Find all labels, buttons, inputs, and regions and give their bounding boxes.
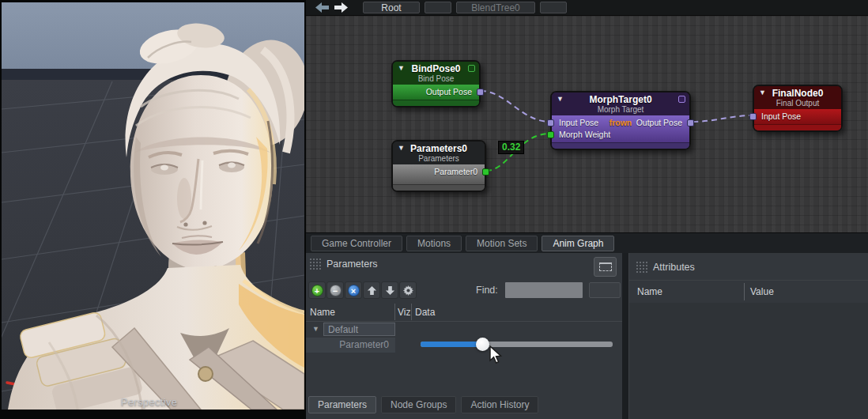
- tab-anim-graph[interactable]: Anim Graph: [542, 236, 614, 251]
- parameter-row-name[interactable]: Parameter0: [306, 338, 395, 353]
- collapse-arrow-icon[interactable]: ▼: [557, 95, 564, 103]
- header-divider: [629, 280, 868, 281]
- up-arrow-icon: [367, 285, 377, 296]
- anim-graph-workspace: Root BlendTree0 0.32 ▼ BindPose0 Bind Po…: [306, 0, 868, 419]
- attributes-panel: Attributes Name Value: [628, 253, 868, 419]
- node-type-label: Parameters: [406, 154, 472, 164]
- workspace-tab-bar: Game Controller Motions Motion Sets Anim…: [306, 232, 868, 253]
- tab-game-controller[interactable]: Game Controller: [311, 236, 402, 251]
- plus-icon: +: [311, 285, 323, 296]
- connection-value-label: 0.32: [498, 141, 524, 154]
- collapse-arrow-icon[interactable]: ▼: [759, 89, 766, 96]
- find-input[interactable]: [505, 282, 583, 298]
- back-arrow-icon[interactable]: [315, 2, 330, 13]
- column-header-viz: Viz: [398, 307, 410, 318]
- down-arrow-icon: [385, 285, 395, 296]
- collapse-arrow-icon[interactable]: ▼: [398, 144, 405, 152]
- scene-render: [2, 2, 304, 410]
- parameters-panel: Parameters + − × Find:: [306, 253, 622, 419]
- minus-icon: −: [330, 285, 342, 296]
- weight-port-label: Morph Weight: [559, 130, 610, 139]
- float-window-icon: [599, 262, 612, 271]
- move-down-button[interactable]: [381, 281, 398, 299]
- node-parameters0[interactable]: ▼ Parameters0 Parameters Parameter0: [391, 140, 486, 192]
- add-parameter-button[interactable]: +: [308, 281, 326, 299]
- node-bindpose0[interactable]: ▼ BindPose0 Bind Pose Output Pose: [391, 60, 481, 108]
- node-title: MorphTarget0: [564, 95, 677, 105]
- panel-title: Parameters: [326, 259, 378, 270]
- node-type-label: Bind Pose: [406, 74, 466, 84]
- output-port-label: Output Pose: [426, 87, 472, 96]
- output-port[interactable]: [482, 168, 489, 176]
- 3d-viewport[interactable]: Perspective: [0, 0, 306, 419]
- tab-action-history[interactable]: Action History: [461, 396, 538, 413]
- parameters-tab-bar: Parameters Node Groups Action History: [308, 396, 538, 413]
- remove-parameter-button[interactable]: −: [326, 281, 344, 299]
- x-icon: ×: [348, 285, 360, 296]
- output-port[interactable]: [477, 89, 484, 96]
- breadcrumb-tab-root[interactable]: Root: [363, 2, 420, 13]
- weight-input-port[interactable]: [547, 131, 554, 138]
- node-enabled-checkbox[interactable]: [678, 96, 685, 103]
- find-label: Find:: [476, 285, 498, 296]
- forward-arrow-icon[interactable]: [334, 2, 349, 13]
- group-collapse-icon[interactable]: ▼: [312, 325, 319, 333]
- breadcrumb-tab-empty-2[interactable]: [540, 2, 567, 13]
- parameter-slider-knob[interactable]: [476, 338, 489, 351]
- panel-title: Attributes: [653, 262, 695, 273]
- node-title: Parameters0: [406, 144, 472, 154]
- attributes-empty-list[interactable]: [629, 303, 868, 419]
- parameter-slider-fill: [421, 342, 482, 347]
- parameter-slider[interactable]: [421, 342, 613, 347]
- breadcrumb-tab-empty-1[interactable]: [425, 2, 451, 13]
- morph-target-value: frown: [552, 117, 689, 129]
- graph-breadcrumb-bar: Root BlendTree0: [306, 0, 868, 15]
- column-header-data: Data: [415, 307, 435, 318]
- breadcrumb-tab-blendtree[interactable]: BlendTree0: [456, 2, 535, 13]
- panel-grip-icon[interactable]: [636, 261, 647, 273]
- column-separator[interactable]: [744, 283, 745, 300]
- move-up-button[interactable]: [363, 281, 380, 299]
- viewport-projection-label: Perspective: [121, 396, 177, 408]
- column-header-value: Value: [750, 286, 774, 297]
- node-type-label: Final Output: [767, 99, 828, 108]
- node-finalnode0[interactable]: ▼ FinalNode0 Final Output Input Pose: [753, 85, 843, 132]
- tab-motion-sets[interactable]: Motion Sets: [466, 236, 538, 251]
- node-enabled-checkbox[interactable]: [468, 65, 475, 72]
- parameter-group-row[interactable]: Default: [323, 323, 395, 336]
- output-port[interactable]: [687, 119, 694, 126]
- clear-parameters-button[interactable]: ×: [345, 281, 362, 299]
- node-morphtarget0[interactable]: ▼ MorphTarget0 Morph Target Input Pose f…: [550, 91, 691, 150]
- column-header-name: Name: [637, 286, 662, 297]
- tab-parameters[interactable]: Parameters: [308, 396, 376, 413]
- input-port-label: Input Pose: [761, 111, 801, 121]
- animation-editor-window: Perspective Root BlendTree0 0.32: [0, 0, 868, 419]
- output-port-label: Parameter0: [434, 167, 477, 176]
- find-options-button[interactable]: [589, 282, 621, 298]
- panel-splitter[interactable]: [622, 253, 628, 419]
- collapse-arrow-icon[interactable]: ▼: [398, 64, 405, 72]
- input-port[interactable]: [749, 113, 757, 120]
- tab-node-groups[interactable]: Node Groups: [381, 396, 456, 413]
- node-title: BindPose0: [406, 64, 466, 74]
- anim-graph-canvas[interactable]: 0.32 ▼ BindPose0 Bind Pose Output Pose: [306, 15, 868, 232]
- column-header-name: Name: [310, 307, 335, 318]
- header-divider: [306, 321, 622, 322]
- bottom-dock: Parameters + − × Find:: [306, 253, 868, 419]
- float-panel-button[interactable]: [594, 257, 617, 277]
- node-title: FinalNode0: [767, 89, 828, 99]
- parameters-toolbar: + − ×: [308, 281, 417, 299]
- node-type-label: Morph Target: [564, 105, 677, 115]
- column-separator[interactable]: [394, 304, 395, 320]
- column-separator[interactable]: [411, 304, 412, 320]
- settings-button[interactable]: [399, 281, 417, 299]
- gear-icon: [402, 285, 414, 296]
- panel-grip-icon[interactable]: [309, 258, 321, 270]
- tab-motions[interactable]: Motions: [406, 236, 462, 251]
